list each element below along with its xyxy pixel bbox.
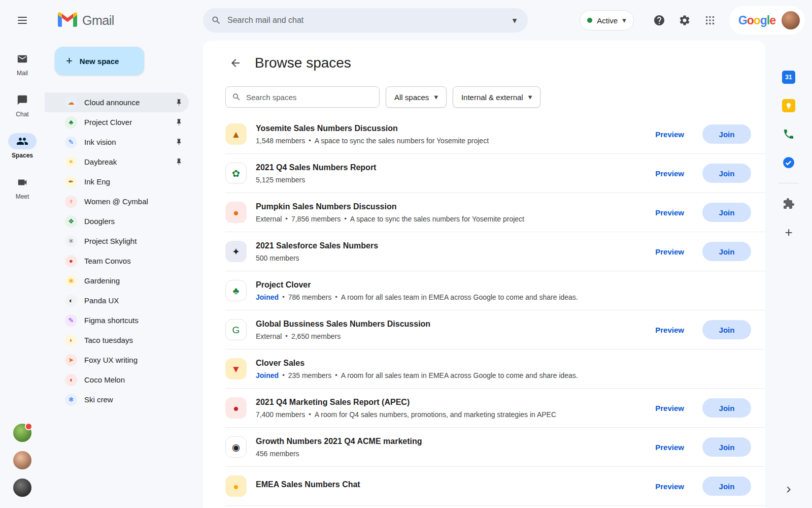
get-addons-plus-icon[interactable]: + — [779, 222, 799, 242]
tasks-icon[interactable] — [779, 152, 799, 173]
join-button[interactable]: Join — [702, 398, 751, 418]
expand-panel-chevron-icon[interactable]: › — [779, 479, 799, 499]
help-button[interactable] — [648, 9, 670, 31]
space-avatar-glyph: ✎ — [69, 139, 74, 145]
calendar-icon[interactable]: 31 — [779, 67, 799, 87]
space-meta: External • 2,650 members — [256, 332, 647, 340]
space-avatar-glyph: G — [232, 325, 240, 335]
space-avatar-glyph: ◗ — [69, 337, 73, 343]
keep-icon[interactable] — [779, 96, 799, 116]
space-list-item: G Global Bussiness Sales Numbers Discuss… — [225, 310, 765, 350]
dm-avatar[interactable] — [13, 451, 31, 469]
external-badge: External — [256, 215, 282, 223]
back-arrow-button[interactable] — [225, 53, 246, 73]
search-spaces-input[interactable] — [246, 93, 373, 102]
sidebar-space-item[interactable]: ❖ Dooglers — [45, 211, 189, 231]
space-avatar-glyph: ✿ — [232, 169, 240, 178]
sidebar-space-item[interactable]: ☁ Cloud announce — [45, 92, 189, 112]
hamburger-menu-icon[interactable] — [11, 9, 33, 31]
settings-gear-button[interactable] — [673, 9, 696, 31]
account-avatar[interactable] — [782, 11, 800, 29]
rail-divider — [779, 183, 799, 183]
search-input[interactable] — [227, 16, 504, 25]
sidebar-space-item[interactable]: ➤ Foxy UX writing — [45, 350, 189, 370]
chevron-down-icon: ▾ — [528, 92, 532, 102]
status-caret-icon: ▾ — [622, 16, 626, 25]
space-meta: Joined • 786 members • A room for all sa… — [256, 293, 751, 301]
new-space-button[interactable]: + New space — [55, 47, 144, 75]
rail-item-mail[interactable]: Mail — [8, 51, 37, 77]
search-spaces-field[interactable] — [225, 86, 380, 108]
space-avatar: ✎ — [65, 136, 77, 148]
space-title: 2021 Q4 Sales Numbers Report — [256, 163, 647, 172]
preview-link[interactable]: Preview — [655, 326, 684, 334]
space-avatar-glyph: ❀ — [69, 277, 74, 284]
member-count: 1,548 members — [256, 137, 305, 145]
sidebar-space-item[interactable]: ☀ Daybreak — [45, 152, 189, 172]
space-avatar: ❄ — [65, 394, 77, 406]
sidebar-space-item[interactable]: ◐ Panda UX — [45, 291, 189, 310]
sidebar-space-name: Cloud announce — [84, 98, 168, 107]
preview-link[interactable]: Preview — [655, 404, 684, 412]
page-title: Browse spaces — [255, 55, 351, 71]
space-description: A space to sync the sales numbers for Yo… — [315, 137, 489, 145]
status-selector[interactable]: Active ▾ — [580, 10, 633, 30]
space-avatar: ◐ — [65, 295, 77, 307]
sidebar-space-item[interactable]: ✎ Figma shortcuts — [45, 310, 189, 330]
space-avatar: ❀ — [65, 275, 77, 287]
sidebar-space-item[interactable]: ♣ Project Clover — [45, 112, 189, 132]
sidebar-space-item[interactable]: ✒ Ink Eng — [45, 172, 189, 192]
preview-link[interactable]: Preview — [655, 208, 684, 217]
space-avatar-glyph: ➤ — [69, 357, 74, 363]
gmail-logo: Gmail — [45, 12, 203, 29]
preview-link[interactable]: Preview — [655, 247, 684, 256]
mail-icon — [8, 51, 37, 67]
addons-puzzle-icon[interactable] — [779, 194, 799, 214]
preview-link[interactable]: Preview — [655, 482, 684, 491]
rail-item-chat[interactable]: Chat — [8, 92, 37, 118]
voice-phone-icon[interactable] — [779, 124, 799, 144]
join-button[interactable]: Join — [702, 437, 751, 457]
sidebar-space-item[interactable]: ✳ Project Skylight — [45, 231, 189, 251]
search-options-caret-icon[interactable]: ▾ — [504, 10, 525, 30]
google-wordmark: Google — [738, 14, 775, 27]
space-list-item: ✿ 2021 Q4 Sales Numbers Report 5,125 mem… — [225, 154, 765, 193]
member-count: 500 members — [256, 254, 299, 262]
filter-internal-external[interactable]: Internal & external ▾ — [453, 86, 540, 108]
member-count: 2,650 members — [291, 332, 341, 340]
join-button[interactable]: Join — [702, 320, 751, 339]
rail-item-meet[interactable]: Meet — [8, 174, 37, 200]
filter-all-spaces[interactable]: All spaces ▾ — [386, 86, 447, 108]
rail-item-spaces[interactable]: Spaces — [8, 133, 37, 159]
pin-icon — [175, 118, 183, 126]
dm-avatar[interactable] — [13, 479, 31, 497]
sidebar-space-item[interactable]: ◖ Coco Melon — [45, 370, 189, 390]
preview-link[interactable]: Preview — [655, 169, 684, 178]
join-button[interactable]: Join — [702, 203, 751, 222]
space-title: Clover Sales — [256, 359, 751, 368]
dm-avatar[interactable] — [13, 424, 31, 442]
space-avatar: ● — [65, 255, 77, 267]
join-button[interactable]: Join — [702, 477, 751, 496]
sidebar-space-item[interactable]: ● Team Convos — [45, 251, 189, 271]
sidebar-space-item[interactable]: ❄ Ski crew — [45, 390, 189, 409]
sidebar-space-item[interactable]: ✎ Ink vision — [45, 132, 189, 152]
sidebar-space-item[interactable]: ♀ Women @ Cymbal — [45, 192, 189, 211]
join-button[interactable]: Join — [702, 164, 751, 183]
space-meta: 500 members — [256, 254, 647, 262]
preview-link[interactable]: Preview — [655, 443, 684, 452]
sidebar-space-item[interactable]: ❀ Gardening — [45, 271, 189, 291]
space-avatar: ☀ — [65, 156, 77, 168]
space-avatar-glyph: ▲ — [231, 130, 241, 139]
preview-link[interactable]: Preview — [655, 130, 684, 139]
sidebar-space-name: Ski crew — [84, 395, 183, 404]
external-badge: External — [256, 332, 282, 340]
sidebar-space-item[interactable]: ◗ Taco tuesdays — [45, 330, 189, 350]
space-avatar: ● — [225, 202, 247, 223]
global-search-bar[interactable]: ▾ — [203, 8, 528, 33]
space-description: A space to sync the sales numbers for Yo… — [350, 215, 524, 223]
join-button[interactable]: Join — [702, 124, 751, 144]
google-apps-grid-button[interactable] — [699, 9, 721, 31]
sidebar-space-name: Dooglers — [84, 217, 183, 226]
join-button[interactable]: Join — [702, 242, 751, 261]
